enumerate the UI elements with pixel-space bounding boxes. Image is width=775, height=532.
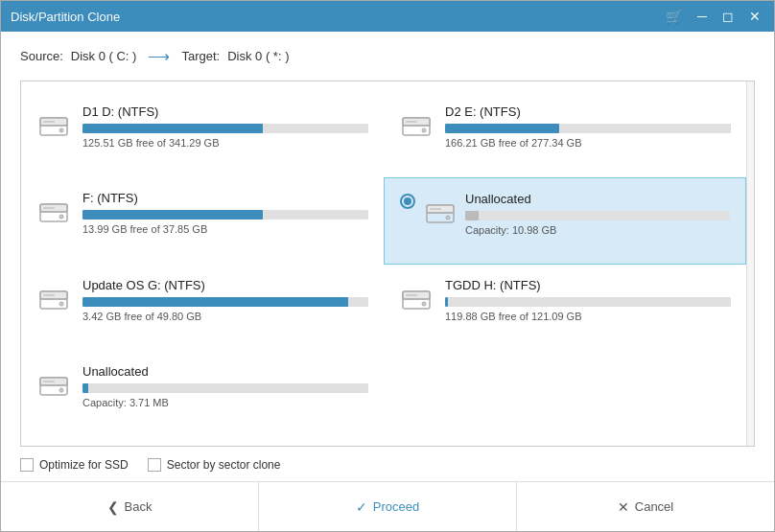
progress-bar-bg <box>82 383 368 393</box>
svg-point-3 <box>59 128 63 132</box>
disk-info: D1 D: (NTFS) 125.51 GB free of 341.29 GB <box>82 104 368 149</box>
disk-name: TGDD H: (NTFS) <box>445 278 731 292</box>
target-value: Disk 0 ( *: ) <box>227 49 289 63</box>
window-title: Disk/Partition Clone <box>11 10 120 24</box>
sector-clone-option[interactable]: Sector by sector clone <box>148 458 281 472</box>
bottom-options: Optimize for SSD Sector by sector clone <box>20 447 755 481</box>
svg-point-28 <box>422 302 426 306</box>
proceed-check-icon: ✓ <box>356 499 367 515</box>
disk-item-unalloc2[interactable]: Unallocated Capacity: 3.71 MB <box>21 351 384 437</box>
disk-info: TGDD H: (NTFS) 119.88 GB free of 121.09 … <box>445 278 731 322</box>
close-icon[interactable]: ✕ <box>745 7 764 26</box>
proceed-label: Proceed <box>373 499 419 514</box>
disk-name: Unallocated <box>465 192 730 206</box>
title-bar: Disk/Partition Clone 🛒 ─ ◻ ✕ <box>1 1 774 32</box>
progress-bar-bg <box>82 210 368 220</box>
disk-size: 119.88 GB free of 121.09 GB <box>445 311 731 322</box>
disk-info: Unallocated Capacity: 3.71 MB <box>82 364 368 408</box>
cancel-icon: ✕ <box>618 499 629 515</box>
window-controls: 🛒 ─ ◻ ✕ <box>662 7 764 26</box>
cancel-label: Cancel <box>635 499 673 514</box>
svg-rect-14 <box>43 207 55 209</box>
disk-name: F: (NTFS) <box>82 191 368 205</box>
disk-icon <box>399 282 434 316</box>
disk-size: 125.51 GB free of 341.29 GB <box>82 137 368 149</box>
disk-size: Capacity: 3.71 MB <box>82 397 368 408</box>
disk-icon <box>36 368 71 403</box>
target-label: Target: <box>181 49 220 63</box>
disk-grid: D1 D: (NTFS) 125.51 GB free of 341.29 GB… <box>21 81 746 446</box>
disk-icon <box>36 108 71 143</box>
disk-item-d2[interactable]: D2 E: (NTFS) 166.21 GB free of 277.34 GB <box>384 91 746 177</box>
source-label: Source: <box>20 49 63 63</box>
progress-bar-fill <box>445 297 448 307</box>
disk-info: F: (NTFS) 13.99 GB free of 37.85 GB <box>82 191 368 235</box>
arrow-icon: ⟶ <box>148 47 170 65</box>
disk-icon <box>423 196 458 230</box>
main-window: Disk/Partition Clone 🛒 ─ ◻ ✕ Source: Dis… <box>0 0 775 532</box>
svg-point-33 <box>59 388 63 392</box>
disk-item-f[interactable]: F: (NTFS) 13.99 GB free of 37.85 GB <box>21 177 384 266</box>
disk-info: D2 E: (NTFS) 166.21 GB free of 277.34 GB <box>445 104 731 149</box>
progress-bar-fill <box>82 124 263 133</box>
sector-clone-checkbox[interactable] <box>148 458 161 472</box>
svg-rect-29 <box>406 294 417 296</box>
disk-icon <box>36 282 71 316</box>
content-area: Source: Disk 0 ( C: ) ⟶ Target: Disk 0 (… <box>1 32 774 481</box>
disk-size: 3.42 GB free of 49.80 GB <box>82 311 368 322</box>
disk-item-updateos[interactable]: Update OS G: (NTFS) 3.42 GB free of 49.8… <box>21 265 384 351</box>
optimize-ssd-label: Optimize for SSD <box>39 458 129 472</box>
progress-bar-fill <box>82 297 348 307</box>
cancel-button[interactable]: ✕ Cancel <box>517 482 774 531</box>
svg-rect-4 <box>43 121 55 123</box>
disk-info: Unallocated Capacity: 10.98 GB <box>465 192 730 236</box>
disk-info: Update OS G: (NTFS) 3.42 GB free of 49.8… <box>82 278 368 322</box>
restore-icon[interactable]: ◻ <box>718 7 738 26</box>
radio-selected <box>400 194 415 209</box>
svg-point-8 <box>422 128 426 132</box>
disk-name: D1 D: (NTFS) <box>82 104 368 119</box>
disk-item-d1[interactable]: D1 D: (NTFS) 125.51 GB free of 341.29 GB <box>21 91 384 177</box>
disk-panel: D1 D: (NTFS) 125.51 GB free of 341.29 GB… <box>20 81 755 447</box>
svg-rect-9 <box>406 121 417 123</box>
disk-name: Update OS G: (NTFS) <box>82 278 368 292</box>
source-target-row: Source: Disk 0 ( C: ) ⟶ Target: Disk 0 (… <box>20 47 755 65</box>
progress-bar-fill <box>465 211 479 220</box>
disk-item-unalloc1[interactable]: Unallocated Capacity: 10.98 GB <box>384 177 746 266</box>
disk-size: 13.99 GB free of 37.85 GB <box>82 223 368 235</box>
disk-size: Capacity: 10.98 GB <box>465 224 730 236</box>
progress-bar-bg <box>445 124 731 133</box>
disk-name: D2 E: (NTFS) <box>445 104 731 119</box>
svg-point-18 <box>446 216 450 220</box>
optimize-ssd-option[interactable]: Optimize for SSD <box>20 458 129 472</box>
disk-icon <box>399 108 434 143</box>
progress-bar-fill <box>82 383 88 393</box>
scrollbar[interactable] <box>746 81 754 446</box>
svg-point-23 <box>59 302 63 306</box>
proceed-button[interactable]: ✓ Proceed <box>259 482 517 531</box>
progress-bar-fill <box>82 210 263 220</box>
progress-bar-bg <box>445 297 731 307</box>
back-label: Back <box>125 499 153 514</box>
progress-bar-fill <box>445 124 559 133</box>
back-icon: ❮ <box>107 499 119 515</box>
minimize-icon[interactable]: ─ <box>693 7 711 26</box>
svg-point-13 <box>59 215 63 219</box>
shopping-cart-icon[interactable]: 🛒 <box>662 7 686 26</box>
disk-item-tgdd[interactable]: TGDD H: (NTFS) 119.88 GB free of 121.09 … <box>384 265 746 351</box>
sector-clone-label: Sector by sector clone <box>167 458 281 472</box>
footer: ❮ Back ✓ Proceed ✕ Cancel <box>1 481 774 531</box>
back-button[interactable]: ❮ Back <box>1 482 259 531</box>
progress-bar-bg <box>82 124 368 133</box>
progress-bar-bg <box>465 211 730 220</box>
source-value: Disk 0 ( C: ) <box>71 49 137 63</box>
progress-bar-bg <box>82 297 368 307</box>
svg-rect-34 <box>43 381 55 382</box>
disk-icon <box>36 195 71 229</box>
svg-rect-24 <box>43 294 55 296</box>
disk-name: Unallocated <box>82 364 368 379</box>
svg-rect-19 <box>430 208 441 210</box>
disk-size: 166.21 GB free of 277.34 GB <box>445 137 731 149</box>
optimize-ssd-checkbox[interactable] <box>20 458 34 472</box>
